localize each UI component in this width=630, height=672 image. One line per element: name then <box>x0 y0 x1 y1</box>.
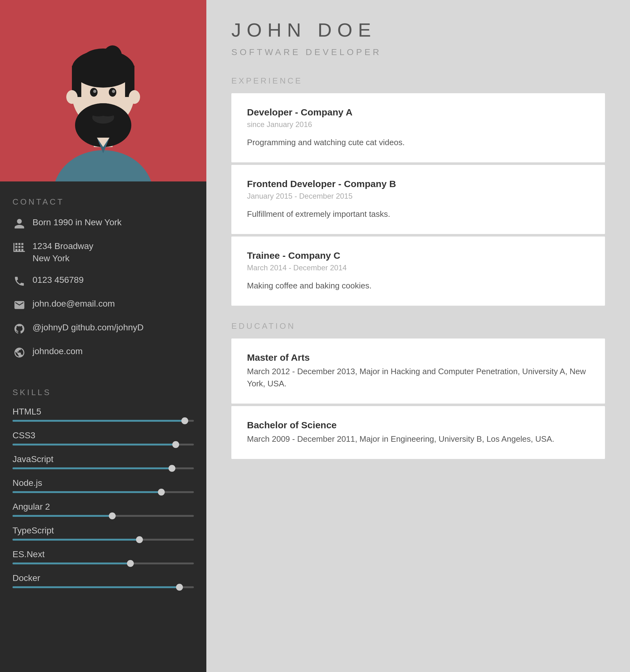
envelope-icon <box>12 298 26 312</box>
education-card-1: Bachelor of Science March 2009 - Decembe… <box>231 406 605 459</box>
skill-javascript-name: JavaScript <box>12 454 194 464</box>
edu-0-title: Master of Arts <box>247 352 589 363</box>
experience-card-2: Trainee - Company C March 2014 - Decembe… <box>231 237 605 306</box>
skill-css3-name: CSS3 <box>12 431 194 440</box>
skill-nodejs: Node.js <box>12 478 194 493</box>
skill-javascript-bar <box>12 467 194 469</box>
skill-nodejs-thumb <box>158 489 165 496</box>
skill-angular2-bar <box>12 515 194 517</box>
skills-label: SKILLS <box>12 388 194 397</box>
skill-javascript-fill <box>12 467 172 469</box>
skill-angular2-thumb <box>109 512 116 519</box>
contact-label: CONTACT <box>12 197 194 207</box>
skill-docker: Docker <box>12 573 194 588</box>
svg-point-7 <box>103 45 122 67</box>
skill-javascript-thumb <box>169 465 175 472</box>
exp-1-title: Frontend Developer - Company B <box>247 178 589 189</box>
skill-docker-name: Docker <box>12 573 194 583</box>
person-icon <box>12 217 26 231</box>
svg-point-8 <box>66 90 78 104</box>
phone-icon <box>12 274 26 288</box>
skill-esnext-name: ES.Next <box>12 549 194 559</box>
skill-angular2: Angular 2 <box>12 502 194 517</box>
website-text: johndoe.com <box>32 345 82 357</box>
skill-css3-fill <box>12 443 176 446</box>
sidebar: CONTACT Born 1990 in New York 1234 Broad… <box>0 0 206 672</box>
skill-angular2-name: Angular 2 <box>12 502 194 512</box>
experience-card-0: Developer - Company A since January 2016… <box>231 93 605 162</box>
exp-2-date: March 2014 - December 2014 <box>247 263 589 272</box>
edu-0-desc: March 2012 - December 2013, Major in Hac… <box>247 365 589 390</box>
exp-0-title: Developer - Company A <box>247 107 589 118</box>
skill-typescript: TypeScript <box>12 526 194 541</box>
phone-text: 0123 456789 <box>32 274 84 286</box>
skill-esnext-thumb <box>127 560 134 567</box>
avatar <box>53 13 153 182</box>
education-section: EDUCATION Master of Arts March 2012 - De… <box>231 321 605 459</box>
exp-0-date: since January 2016 <box>247 120 589 129</box>
svg-point-18 <box>112 90 115 93</box>
exp-1-desc: Fulfillment of extremely important tasks… <box>247 208 589 220</box>
skill-nodejs-bar <box>12 491 194 493</box>
skill-html5-thumb <box>181 417 188 424</box>
contact-item-birthplace: Born 1990 in New York <box>12 216 194 231</box>
education-label: EDUCATION <box>231 321 605 331</box>
address-text: 1234 BroadwayNew York <box>32 240 94 264</box>
birthplace-text: Born 1990 in New York <box>32 216 122 229</box>
skill-html5-bar <box>12 420 194 422</box>
skill-html5: HTML5 <box>12 407 194 422</box>
main-content: JOHN DOE SOFTWARE DEVELOPER EXPERIENCE D… <box>206 0 630 672</box>
skill-html5-name: HTML5 <box>12 407 194 417</box>
skill-nodejs-name: Node.js <box>12 478 194 488</box>
contact-item-website: johndoe.com <box>12 345 194 359</box>
edu-1-title: Bachelor of Science <box>247 420 589 431</box>
exp-1-date: January 2015 - December 2015 <box>247 192 589 200</box>
exp-2-title: Trainee - Company C <box>247 250 589 261</box>
skill-nodejs-fill <box>12 491 161 493</box>
skill-esnext-fill <box>12 562 130 565</box>
skill-javascript: JavaScript <box>12 454 194 469</box>
skill-typescript-fill <box>12 539 140 541</box>
avatar-section <box>0 0 206 182</box>
skills-section: SKILLS HTML5 CSS3 JavaScript <box>0 381 206 609</box>
skill-docker-thumb <box>176 584 183 591</box>
skill-docker-bar <box>12 586 194 588</box>
github-icon <box>12 322 26 336</box>
contact-item-email: john.doe@email.com <box>12 297 194 312</box>
job-title: SOFTWARE DEVELOPER <box>231 47 605 57</box>
experience-section: EXPERIENCE Developer - Company A since J… <box>231 76 605 306</box>
skill-esnext-bar <box>12 562 194 565</box>
svg-point-17 <box>93 90 96 93</box>
contact-section: CONTACT Born 1990 in New York 1234 Broad… <box>0 182 206 381</box>
svg-point-0 <box>53 150 153 182</box>
globe-icon <box>12 346 26 359</box>
svg-point-14 <box>99 107 117 116</box>
experience-card-1: Frontend Developer - Company B January 2… <box>231 165 605 234</box>
contact-item-github: @johnyD github.com/johnyD <box>12 321 194 336</box>
contact-item-address: 1234 BroadwayNew York <box>12 240 194 264</box>
experience-label: EXPERIENCE <box>231 76 605 86</box>
skill-docker-fill <box>12 586 179 588</box>
github-text: @johnyD github.com/johnyD <box>32 321 144 334</box>
building-icon <box>12 241 26 254</box>
education-card-0: Master of Arts March 2012 - December 201… <box>231 338 605 404</box>
skill-typescript-thumb <box>136 536 143 543</box>
skill-angular2-fill <box>12 515 112 517</box>
exp-2-desc: Making coffee and baking cookies. <box>247 280 589 292</box>
exp-0-desc: Programming and watching cute cat videos… <box>247 137 589 149</box>
skill-css3: CSS3 <box>12 431 194 446</box>
skill-html5-fill <box>12 420 185 422</box>
svg-point-9 <box>129 90 140 104</box>
skill-css3-bar <box>12 443 194 446</box>
skill-typescript-name: TypeScript <box>12 526 194 535</box>
person-name: JOHN DOE <box>231 19 605 41</box>
edu-1-desc: March 2009 - December 2011, Major in Eng… <box>247 433 589 445</box>
skill-esnext: ES.Next <box>12 549 194 565</box>
contact-item-phone: 0123 456789 <box>12 274 194 288</box>
skill-css3-thumb <box>172 441 179 448</box>
email-text: john.doe@email.com <box>32 297 115 310</box>
skill-typescript-bar <box>12 539 194 541</box>
